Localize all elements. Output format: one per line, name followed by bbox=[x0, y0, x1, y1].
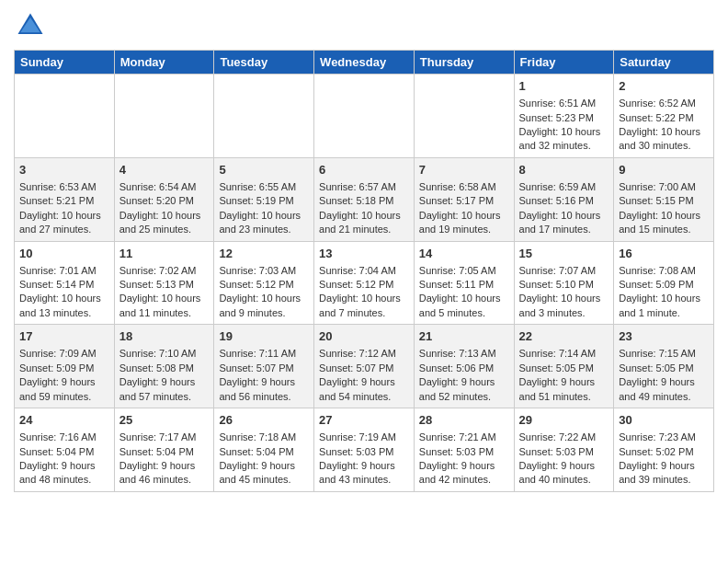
calendar-cell: 18Sunrise: 7:10 AMSunset: 5:08 PMDayligh… bbox=[114, 325, 214, 408]
calendar-cell: 17Sunrise: 7:09 AMSunset: 5:09 PMDayligh… bbox=[15, 325, 115, 408]
calendar-cell: 3Sunrise: 6:53 AMSunset: 5:21 PMDaylight… bbox=[15, 157, 115, 241]
calendar-week-4: 24Sunrise: 7:16 AMSunset: 5:04 PMDayligh… bbox=[15, 408, 714, 492]
day-info: Sunrise: 7:11 AMSunset: 5:07 PMDaylight:… bbox=[219, 347, 309, 404]
day-number: 15 bbox=[519, 246, 609, 262]
day-number: 17 bbox=[19, 328, 109, 345]
day-number: 1 bbox=[519, 78, 609, 95]
calendar-cell: 19Sunrise: 7:11 AMSunset: 5:07 PMDayligh… bbox=[214, 325, 314, 408]
calendar-cell bbox=[414, 75, 514, 158]
day-number: 20 bbox=[319, 328, 409, 345]
calendar-cell: 22Sunrise: 7:14 AMSunset: 5:05 PMDayligh… bbox=[514, 325, 614, 408]
calendar-cell: 2Sunrise: 6:52 AMSunset: 5:22 PMDaylight… bbox=[614, 75, 714, 158]
day-number: 23 bbox=[619, 328, 709, 345]
calendar-cell: 20Sunrise: 7:12 AMSunset: 5:07 PMDayligh… bbox=[314, 325, 415, 408]
calendar-cell: 4Sunrise: 6:54 AMSunset: 5:20 PMDaylight… bbox=[114, 157, 214, 241]
day-number: 6 bbox=[319, 162, 409, 178]
day-info: Sunrise: 7:00 AMSunset: 5:15 PMDaylight:… bbox=[619, 180, 709, 237]
day-info: Sunrise: 7:14 AMSunset: 5:05 PMDaylight:… bbox=[519, 347, 609, 404]
calendar-header-wednesday: Wednesday bbox=[314, 51, 415, 75]
calendar-cell: 29Sunrise: 7:22 AMSunset: 5:03 PMDayligh… bbox=[514, 408, 614, 492]
day-number: 22 bbox=[519, 328, 609, 345]
day-info: Sunrise: 7:03 AMSunset: 5:12 PMDaylight:… bbox=[219, 264, 309, 321]
day-number: 16 bbox=[619, 246, 709, 262]
day-number: 24 bbox=[19, 412, 109, 429]
calendar-cell: 5Sunrise: 6:55 AMSunset: 5:19 PMDaylight… bbox=[214, 157, 314, 241]
calendar-header-sunday: Sunday bbox=[15, 51, 115, 75]
calendar-cell: 24Sunrise: 7:16 AMSunset: 5:04 PMDayligh… bbox=[15, 408, 115, 492]
day-info: Sunrise: 7:15 AMSunset: 5:05 PMDaylight:… bbox=[619, 347, 709, 404]
day-info: Sunrise: 6:59 AMSunset: 5:16 PMDaylight:… bbox=[519, 180, 609, 237]
day-info: Sunrise: 7:23 AMSunset: 5:02 PMDaylight:… bbox=[619, 431, 709, 488]
calendar-cell bbox=[15, 75, 115, 158]
calendar-header-monday: Monday bbox=[114, 51, 214, 75]
calendar-header-tuesday: Tuesday bbox=[214, 51, 314, 75]
day-number: 4 bbox=[119, 162, 210, 178]
day-number: 21 bbox=[419, 328, 509, 345]
day-number: 19 bbox=[219, 328, 309, 345]
day-number: 28 bbox=[419, 412, 509, 429]
calendar-cell bbox=[114, 75, 214, 158]
calendar-header-saturday: Saturday bbox=[614, 51, 714, 75]
day-info: Sunrise: 6:55 AMSunset: 5:19 PMDaylight:… bbox=[219, 180, 309, 237]
day-number: 13 bbox=[319, 246, 409, 262]
calendar-header-friday: Friday bbox=[514, 51, 614, 75]
calendar-cell: 9Sunrise: 7:00 AMSunset: 5:15 PMDaylight… bbox=[614, 157, 714, 241]
day-info: Sunrise: 6:58 AMSunset: 5:17 PMDaylight:… bbox=[419, 180, 509, 237]
day-number: 30 bbox=[619, 412, 709, 429]
page: SundayMondayTuesdayWednesdayThursdayFrid… bbox=[0, 0, 728, 501]
day-info: Sunrise: 7:09 AMSunset: 5:09 PMDaylight:… bbox=[19, 347, 109, 404]
calendar-cell: 30Sunrise: 7:23 AMSunset: 5:02 PMDayligh… bbox=[614, 408, 714, 492]
logo bbox=[14, 9, 51, 42]
day-number: 3 bbox=[19, 162, 109, 178]
day-number: 10 bbox=[19, 246, 109, 262]
day-number: 9 bbox=[619, 162, 709, 178]
day-info: Sunrise: 7:13 AMSunset: 5:06 PMDaylight:… bbox=[419, 347, 509, 404]
day-number: 5 bbox=[219, 162, 309, 178]
calendar-cell bbox=[214, 75, 314, 158]
calendar-cell: 15Sunrise: 7:07 AMSunset: 5:10 PMDayligh… bbox=[514, 241, 614, 325]
calendar-cell: 10Sunrise: 7:01 AMSunset: 5:14 PMDayligh… bbox=[15, 241, 115, 325]
calendar-cell: 13Sunrise: 7:04 AMSunset: 5:12 PMDayligh… bbox=[314, 241, 415, 325]
day-number: 27 bbox=[319, 412, 409, 429]
day-info: Sunrise: 7:16 AMSunset: 5:04 PMDaylight:… bbox=[19, 431, 109, 488]
day-info: Sunrise: 7:12 AMSunset: 5:07 PMDaylight:… bbox=[319, 347, 409, 404]
calendar-cell: 26Sunrise: 7:18 AMSunset: 5:04 PMDayligh… bbox=[214, 408, 314, 492]
day-info: Sunrise: 7:05 AMSunset: 5:11 PMDaylight:… bbox=[419, 264, 509, 321]
day-number: 12 bbox=[219, 246, 309, 262]
day-number: 18 bbox=[119, 328, 210, 345]
calendar: SundayMondayTuesdayWednesdayThursdayFrid… bbox=[14, 50, 714, 492]
day-info: Sunrise: 6:53 AMSunset: 5:21 PMDaylight:… bbox=[19, 180, 109, 237]
calendar-cell: 23Sunrise: 7:15 AMSunset: 5:05 PMDayligh… bbox=[614, 325, 714, 408]
calendar-cell: 12Sunrise: 7:03 AMSunset: 5:12 PMDayligh… bbox=[214, 241, 314, 325]
day-info: Sunrise: 7:02 AMSunset: 5:13 PMDaylight:… bbox=[119, 264, 210, 321]
day-number: 11 bbox=[119, 246, 210, 262]
day-info: Sunrise: 7:04 AMSunset: 5:12 PMDaylight:… bbox=[319, 264, 409, 321]
calendar-cell: 1Sunrise: 6:51 AMSunset: 5:23 PMDaylight… bbox=[514, 75, 614, 158]
calendar-week-3: 17Sunrise: 7:09 AMSunset: 5:09 PMDayligh… bbox=[15, 325, 714, 408]
header bbox=[14, 9, 714, 42]
day-number: 25 bbox=[119, 412, 210, 429]
calendar-cell: 25Sunrise: 7:17 AMSunset: 5:04 PMDayligh… bbox=[114, 408, 214, 492]
day-number: 14 bbox=[419, 246, 509, 262]
calendar-cell: 27Sunrise: 7:19 AMSunset: 5:03 PMDayligh… bbox=[314, 408, 415, 492]
calendar-cell: 11Sunrise: 7:02 AMSunset: 5:13 PMDayligh… bbox=[114, 241, 214, 325]
calendar-header-row: SundayMondayTuesdayWednesdayThursdayFrid… bbox=[15, 51, 714, 75]
day-info: Sunrise: 7:01 AMSunset: 5:14 PMDaylight:… bbox=[19, 264, 109, 321]
calendar-cell: 28Sunrise: 7:21 AMSunset: 5:03 PMDayligh… bbox=[414, 408, 514, 492]
calendar-cell: 7Sunrise: 6:58 AMSunset: 5:17 PMDaylight… bbox=[414, 157, 514, 241]
calendar-cell: 14Sunrise: 7:05 AMSunset: 5:11 PMDayligh… bbox=[414, 241, 514, 325]
day-number: 26 bbox=[219, 412, 309, 429]
calendar-week-1: 3Sunrise: 6:53 AMSunset: 5:21 PMDaylight… bbox=[15, 157, 714, 241]
day-info: Sunrise: 7:17 AMSunset: 5:04 PMDaylight:… bbox=[119, 431, 210, 488]
calendar-week-2: 10Sunrise: 7:01 AMSunset: 5:14 PMDayligh… bbox=[15, 241, 714, 325]
day-info: Sunrise: 6:52 AMSunset: 5:22 PMDaylight:… bbox=[619, 97, 709, 154]
day-info: Sunrise: 7:08 AMSunset: 5:09 PMDaylight:… bbox=[619, 264, 709, 321]
calendar-cell bbox=[314, 75, 415, 158]
day-number: 2 bbox=[619, 78, 709, 95]
day-info: Sunrise: 6:54 AMSunset: 5:20 PMDaylight:… bbox=[119, 180, 210, 237]
calendar-header-thursday: Thursday bbox=[414, 51, 514, 75]
day-info: Sunrise: 7:21 AMSunset: 5:03 PMDaylight:… bbox=[419, 431, 509, 488]
logo-icon bbox=[14, 9, 47, 42]
calendar-cell: 8Sunrise: 6:59 AMSunset: 5:16 PMDaylight… bbox=[514, 157, 614, 241]
day-info: Sunrise: 7:10 AMSunset: 5:08 PMDaylight:… bbox=[119, 347, 210, 404]
